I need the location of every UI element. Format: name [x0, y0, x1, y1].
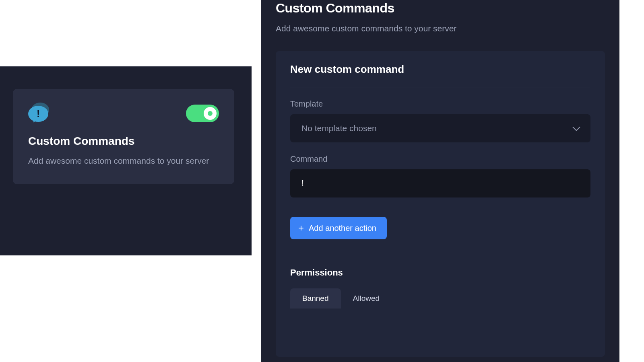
toggle-knob: [204, 107, 217, 120]
card-header-row: !: [28, 103, 219, 124]
feature-toggle[interactable]: [186, 105, 219, 122]
command-input[interactable]: [290, 169, 590, 197]
template-label: Template: [290, 99, 590, 109]
page-title: Custom Commands: [276, 1, 605, 16]
card-preview-panel: ! Custom Commands Add awesome custom com…: [0, 66, 252, 255]
template-selected-value: No template chosen: [301, 123, 377, 133]
command-label: Command: [290, 154, 590, 164]
plus-icon: +: [298, 223, 304, 233]
tab-allowed[interactable]: Allowed: [341, 288, 392, 309]
custom-commands-card[interactable]: ! Custom Commands Add awesome custom com…: [13, 89, 234, 184]
permissions-heading: Permissions: [290, 267, 590, 278]
card-description: Add awesome custom commands to your serv…: [28, 154, 219, 168]
editor-panel: Custom Commands Add awesome custom comma…: [261, 0, 619, 362]
divider: [290, 88, 590, 88]
card-title: Custom Commands: [28, 135, 219, 148]
add-action-button[interactable]: + Add another action: [290, 217, 387, 239]
permissions-tabs: Banned Allowed: [290, 288, 590, 309]
template-select[interactable]: No template chosen: [290, 114, 590, 142]
tab-banned[interactable]: Banned: [290, 288, 341, 309]
editor-heading: New custom command: [290, 63, 590, 76]
page-subtitle: Add awesome custom commands to your serv…: [276, 24, 605, 33]
chevron-down-icon: [572, 123, 580, 131]
add-action-label: Add another action: [309, 224, 376, 233]
command-editor: New custom command Template No template …: [276, 51, 605, 357]
chat-exclamation-icon: !: [28, 103, 53, 124]
